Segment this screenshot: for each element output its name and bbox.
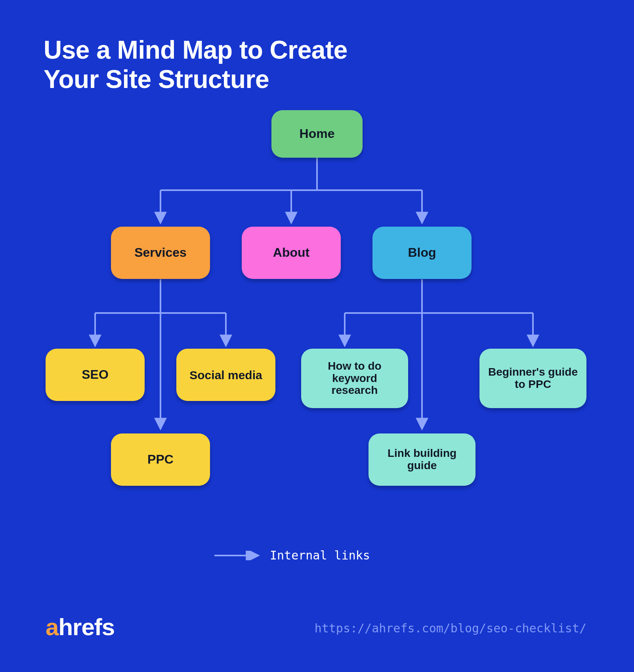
node-about: About [242,227,341,279]
source-url: https://ahrefs.com/blog/seo-checklist/ [315,621,586,635]
page-title: Use a Mind Map to Create Your Site Struc… [44,36,348,94]
legend-label: Internal links [270,548,370,562]
logo-rest: hrefs [58,614,115,640]
ahrefs-logo: ahrefs [46,613,115,641]
node-keyword-research: How to do keyword research [301,349,408,408]
diagram-canvas: Use a Mind Map to Create Your Site Struc… [0,0,634,672]
node-blog: Blog [372,227,472,279]
node-seo: SEO [46,349,145,401]
node-beginners-guide: Beginner's guide to PPC [479,349,586,408]
node-services: Services [111,227,210,279]
node-home: Home [271,110,363,158]
node-social-media: Social media [176,349,275,401]
node-ppc: PPC [111,433,210,486]
arrow-right-icon [214,551,261,560]
legend: Internal links [214,548,370,562]
connector-lines [0,0,634,672]
node-link-building: Link building guide [369,433,476,486]
logo-a: a [46,614,58,640]
